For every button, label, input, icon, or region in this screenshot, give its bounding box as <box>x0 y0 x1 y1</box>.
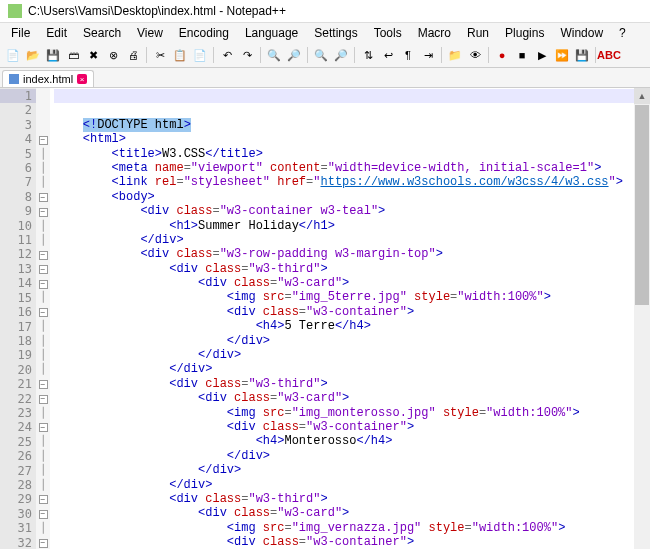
cut-icon[interactable]: ✂ <box>151 46 169 64</box>
record-icon[interactable]: ● <box>493 46 511 64</box>
vertical-scrollbar[interactable]: ▲ <box>634 88 650 549</box>
code-area[interactable]: <!DOCTYPE html> <html> <title>W3.CSS</ti… <box>50 88 650 549</box>
title-path: C:\Users\Vamsi\Desktop\index.html - Note… <box>28 4 286 18</box>
print-icon[interactable]: 🖨 <box>124 46 142 64</box>
menu-encoding[interactable]: Encoding <box>172 24 236 42</box>
new-icon[interactable]: 📄 <box>4 46 22 64</box>
zoomin-icon[interactable]: 🔍 <box>312 46 330 64</box>
monitor-icon[interactable]: 👁 <box>466 46 484 64</box>
closeall-icon[interactable]: ⊗ <box>104 46 122 64</box>
open-icon[interactable]: 📂 <box>24 46 42 64</box>
titlebar: C:\Users\Vamsi\Desktop\index.html - Note… <box>0 0 650 23</box>
paste-icon[interactable]: 📄 <box>191 46 209 64</box>
saveall-icon[interactable]: 🗃 <box>64 46 82 64</box>
allchars-icon[interactable]: ¶ <box>399 46 417 64</box>
file-icon <box>9 74 19 84</box>
toolbar: 📄 📂 💾 🗃 ✖ ⊗ 🖨 ✂ 📋 📄 ↶ ↷ 🔍 🔎 🔍 🔎 ⇅ ↩ ¶ ⇥ … <box>0 43 650 68</box>
menu-window[interactable]: Window <box>553 24 610 42</box>
tab-close-icon[interactable]: × <box>77 74 87 84</box>
folder-icon[interactable]: 📁 <box>446 46 464 64</box>
menu-tools[interactable]: Tools <box>367 24 409 42</box>
find-icon[interactable]: 🔍 <box>265 46 283 64</box>
spellcheck-icon[interactable]: ABC <box>600 46 618 64</box>
fold-gutter[interactable]: −│││−−││−−−│−││││−−│−││││−−│−│ <box>36 88 50 549</box>
play-icon[interactable]: ▶ <box>533 46 551 64</box>
zoomout-icon[interactable]: 🔎 <box>332 46 350 64</box>
indent-icon[interactable]: ⇥ <box>419 46 437 64</box>
menu-search[interactable]: Search <box>76 24 128 42</box>
playrep-icon[interactable]: ⏩ <box>553 46 571 64</box>
menu-help[interactable]: ? <box>612 24 633 42</box>
savemacro-icon[interactable]: 💾 <box>573 46 591 64</box>
wrap-icon[interactable]: ↩ <box>379 46 397 64</box>
sync-icon[interactable]: ⇅ <box>359 46 377 64</box>
menu-view[interactable]: View <box>130 24 170 42</box>
copy-icon[interactable]: 📋 <box>171 46 189 64</box>
undo-icon[interactable]: ↶ <box>218 46 236 64</box>
save-icon[interactable]: 💾 <box>44 46 62 64</box>
close-icon[interactable]: ✖ <box>84 46 102 64</box>
stop-icon[interactable]: ■ <box>513 46 531 64</box>
tabbar: index.html × <box>0 68 650 88</box>
scroll-up-icon[interactable]: ▲ <box>634 88 650 104</box>
scroll-thumb[interactable] <box>635 105 649 305</box>
tab-index[interactable]: index.html × <box>2 70 94 87</box>
menu-file[interactable]: File <box>4 24 37 42</box>
menu-edit[interactable]: Edit <box>39 24 74 42</box>
replace-icon[interactable]: 🔎 <box>285 46 303 64</box>
menu-language[interactable]: Language <box>238 24 305 42</box>
menu-macro[interactable]: Macro <box>411 24 458 42</box>
line-gutter: 1234567891011121314151617181920212223242… <box>0 88 36 549</box>
menu-run[interactable]: Run <box>460 24 496 42</box>
app-icon <box>8 4 22 18</box>
redo-icon[interactable]: ↷ <box>238 46 256 64</box>
menubar: FileEditSearchViewEncodingLanguageSettin… <box>0 23 650 43</box>
menu-settings[interactable]: Settings <box>307 24 364 42</box>
editor[interactable]: 1234567891011121314151617181920212223242… <box>0 88 650 549</box>
tab-label: index.html <box>23 73 73 85</box>
menu-plugins[interactable]: Plugins <box>498 24 551 42</box>
